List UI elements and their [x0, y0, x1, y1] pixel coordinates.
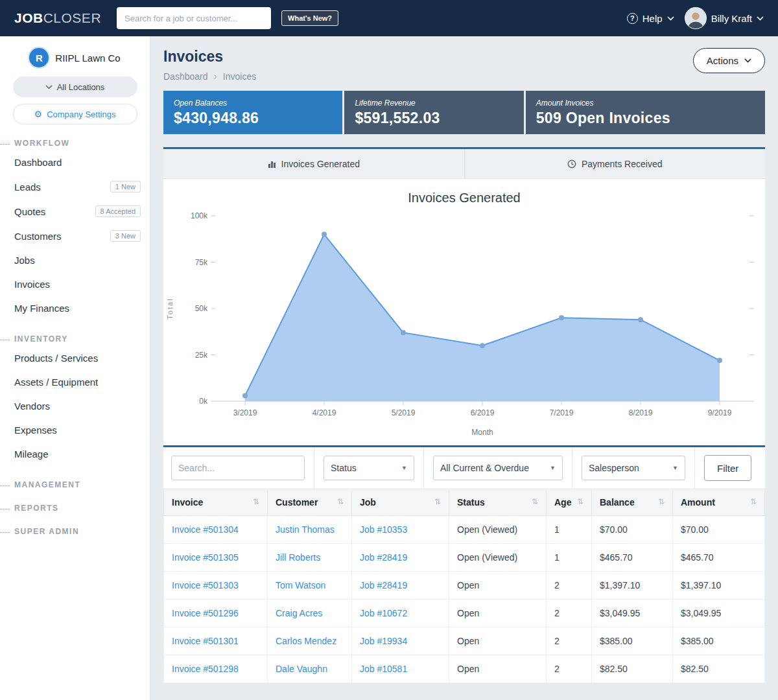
invoice-link[interactable]: Invoice #501301 [172, 636, 239, 646]
sidebar-item-dashboard[interactable]: Dashboard [0, 150, 150, 174]
column-header-customer[interactable]: Customer⇅ [268, 489, 352, 516]
job-link[interactable]: Job #28419 [360, 580, 407, 590]
job-link[interactable]: Job #28419 [360, 552, 407, 563]
actions-button[interactable]: Actions [693, 48, 765, 73]
svg-text:9/2019: 9/2019 [708, 408, 732, 417]
avatar [685, 7, 707, 29]
column-header-status[interactable]: Status⇅ [449, 489, 547, 516]
sidebar-item-mileage[interactable]: Mileage [0, 442, 150, 466]
invoice-link[interactable]: Invoice #501298 [172, 664, 239, 674]
sidebar-item-assets-equipment[interactable]: Assets / Equipment [0, 370, 150, 394]
amount-cell: $70.00 [673, 516, 765, 544]
company-name: RIIPL Lawn Co [55, 52, 120, 64]
logo-bold: JOB [14, 10, 43, 25]
nav-section-heading: WORKFLOW [0, 139, 150, 148]
status-select[interactable]: Status ▼ [324, 456, 414, 480]
sidebar-item-vendors[interactable]: Vendors [0, 394, 150, 418]
company-avatar: R [29, 48, 49, 67]
global-search-input[interactable] [117, 7, 271, 29]
sidebar-item-my-finances[interactable]: My Finances [0, 296, 150, 320]
whats-new-button[interactable]: What's New? [281, 10, 338, 26]
sort-icon: ⇅ [337, 497, 344, 506]
table-search-input[interactable] [171, 456, 305, 480]
job-link[interactable]: Job #19934 [360, 636, 407, 646]
chevron-down-icon [757, 16, 764, 21]
invoices-table-body: Invoice #501304Justin ThomasJob #10353Op… [164, 516, 765, 683]
sidebar-item-leads[interactable]: Leads1 New [0, 174, 150, 199]
customer-link[interactable]: Justin Thomas [276, 524, 335, 535]
column-header-invoice[interactable]: Invoice⇅ [164, 489, 268, 516]
job-cell: Job #28419 [352, 572, 449, 600]
salesperson-select[interactable]: Salesperson ▼ [582, 456, 685, 480]
svg-text:4/2019: 4/2019 [312, 408, 336, 417]
topbar: JOBCLOSER What's New? ? Help Billy Kraft [0, 0, 778, 36]
status-cell: Open [449, 600, 547, 627]
job-cell: Job #10353 [352, 516, 449, 544]
help-menu[interactable]: ? Help [627, 13, 674, 24]
current-overdue-select[interactable]: All Current & Overdue ▼ [433, 456, 563, 480]
job-link[interactable]: Job #10353 [360, 524, 407, 535]
filter-current-cell: All Current & Overdue ▼ [424, 447, 572, 489]
sidebar-item-quotes[interactable]: Quotes8 Accepted [0, 199, 150, 224]
sidebar-item-customers[interactable]: Customers3 New [0, 224, 150, 248]
locations-dropdown[interactable]: All Locations [13, 76, 137, 97]
invoice-cell: Invoice #501298 [164, 655, 268, 683]
customer-cell: Justin Thomas [268, 516, 352, 544]
table-header-row: Invoice⇅Customer⇅Job⇅Status⇅Age⇅Balance⇅… [164, 489, 765, 516]
sidebar-item-jobs[interactable]: Jobs [0, 248, 150, 272]
chevron-right-icon: › [214, 71, 217, 82]
column-header-balance[interactable]: Balance⇅ [592, 489, 673, 516]
column-header-age[interactable]: Age⇅ [547, 489, 592, 516]
customer-link[interactable]: Dale Vaughn [276, 664, 327, 674]
column-header-job[interactable]: Job⇅ [352, 489, 449, 516]
invoice-link[interactable]: Invoice #501303 [172, 580, 239, 590]
salesperson-value: Salesperson [589, 463, 639, 473]
column-label: Amount [681, 497, 715, 508]
amount-cell: $465.70 [673, 544, 765, 572]
invoice-cell: Invoice #501296 [164, 600, 268, 627]
customer-link[interactable]: Craig Acres [276, 608, 322, 618]
column-label: Invoice [172, 497, 203, 508]
tab-label: Payments Received [582, 159, 663, 169]
customer-link[interactable]: Carlos Mendez [276, 636, 336, 646]
job-link[interactable]: Job #10672 [360, 608, 407, 618]
sidebar-item-invoices[interactable]: Invoices [0, 272, 150, 296]
breadcrumb-dashboard[interactable]: Dashboard [163, 71, 208, 82]
invoice-link[interactable]: Invoice #501304 [172, 524, 239, 535]
invoice-link[interactable]: Invoice #501305 [172, 552, 239, 563]
breadcrumb-invoices: Invoices [223, 71, 256, 82]
svg-text:3/2019: 3/2019 [233, 408, 257, 417]
table-row: Invoice #501301Carlos MendezJob #19934Op… [164, 627, 765, 655]
job-link[interactable]: Job #10581 [360, 664, 407, 674]
shell: R RIIPL Lawn Co All Locations ⚙ Company … [0, 36, 778, 700]
filter-button[interactable]: Filter [704, 455, 751, 481]
customer-cell: Dale Vaughn [268, 655, 352, 683]
svg-text:6/2019: 6/2019 [471, 408, 495, 417]
customer-link[interactable]: Jill Roberts [276, 552, 320, 563]
stat-label: Open Balances [174, 99, 332, 108]
nav-badge: 1 New [110, 181, 141, 192]
invoice-link[interactable]: Invoice #501296 [172, 608, 239, 618]
bar-chart-icon [268, 159, 276, 168]
help-label: Help [642, 13, 663, 24]
balance-cell: $385.00 [592, 627, 673, 655]
customer-link[interactable]: Tom Watson [276, 580, 325, 590]
filter-salesperson-cell: Salesperson ▼ [572, 447, 695, 489]
user-menu[interactable]: Billy Kraft [685, 7, 764, 29]
company-settings-button[interactable]: ⚙ Company Settings [13, 104, 137, 124]
status-select-value: Status [331, 463, 357, 473]
tab-invoices-generated[interactable]: Invoices Generated [163, 149, 464, 178]
sidebar-item-products-services[interactable]: Products / Services [0, 346, 150, 370]
age-cell: 2 [547, 655, 592, 683]
nav-badge: 8 Accepted [95, 205, 141, 217]
stat-label: Amount Invoices [536, 99, 755, 108]
table-row: Invoice #501303Tom WatsonJob #28419Open2… [164, 572, 765, 600]
column-header-amount[interactable]: Amount⇅ [673, 489, 765, 516]
stat-label: Lifetime Revenue [355, 99, 513, 108]
sidebar-item-expenses[interactable]: Expenses [0, 418, 150, 442]
tab-payments-received[interactable]: Payments Received [464, 149, 766, 178]
logo[interactable]: JOBCLOSER [14, 10, 101, 26]
svg-text:5/2019: 5/2019 [392, 408, 416, 417]
sidebar-item-label: Mileage [14, 449, 49, 460]
chevron-down-icon [45, 85, 53, 89]
